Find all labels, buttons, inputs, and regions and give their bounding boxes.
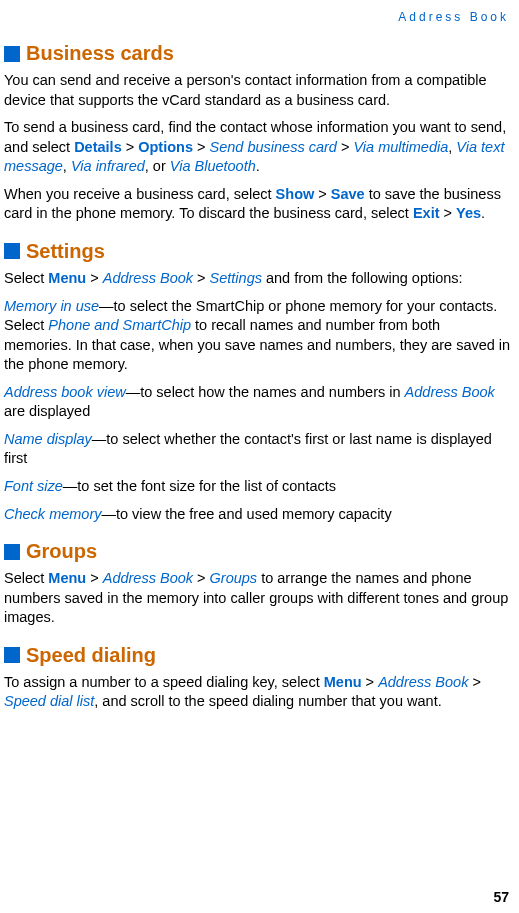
paragraph: To send a business card, find the contac… (4, 118, 511, 177)
page-header: Address Book (4, 10, 511, 24)
menu-term: Via infrared (71, 158, 145, 174)
square-bullet-icon (4, 243, 20, 259)
menu-term: Address Book (103, 270, 193, 286)
text: are displayed (4, 403, 90, 419)
text: Select (4, 570, 48, 586)
section-heading-settings: Settings (4, 240, 511, 263)
section-heading-groups: Groups (4, 540, 511, 563)
text: , and scroll to the speed dialing number… (94, 693, 441, 709)
square-bullet-icon (4, 46, 20, 62)
section-heading-speed-dialing: Speed dialing (4, 644, 511, 667)
text: and from the following options: (262, 270, 463, 286)
menu-term: Send business card (210, 139, 337, 155)
text: > (314, 186, 331, 202)
option-term: Check memory (4, 506, 102, 522)
text: > (337, 139, 354, 155)
menu-term: Options (138, 139, 193, 155)
menu-term: Exit (413, 205, 440, 221)
text: > (193, 270, 210, 286)
paragraph: Font size—to set the font size for the l… (4, 477, 511, 497)
text: > (86, 270, 103, 286)
paragraph: Memory in use—to select the SmartChip or… (4, 297, 511, 375)
text: When you receive a business card, select (4, 186, 276, 202)
square-bullet-icon (4, 544, 20, 560)
menu-term: Save (331, 186, 365, 202)
menu-term: Via Bluetooth (170, 158, 256, 174)
menu-term: Speed dial list (4, 693, 94, 709)
paragraph: Name display—to select whether the conta… (4, 430, 511, 469)
text: . (256, 158, 260, 174)
paragraph: To assign a number to a speed dialing ke… (4, 673, 511, 712)
text: , (63, 158, 71, 174)
menu-term: Settings (210, 270, 262, 286)
menu-term: Phone and SmartChip (48, 317, 191, 333)
heading-business-cards: Business cards (26, 42, 174, 65)
paragraph: You can send and receive a person's cont… (4, 71, 511, 110)
menu-term: Details (74, 139, 122, 155)
text: > (193, 139, 210, 155)
text: > (86, 570, 103, 586)
menu-term: Menu (48, 570, 86, 586)
heading-settings: Settings (26, 240, 105, 263)
text: —to set the font size for the list of co… (63, 478, 336, 494)
text: To assign a number to a speed dialing ke… (4, 674, 324, 690)
heading-groups: Groups (26, 540, 97, 563)
option-term: Name display (4, 431, 92, 447)
option-term: Font size (4, 478, 63, 494)
page-number: 57 (493, 889, 509, 905)
text: > (362, 674, 379, 690)
heading-speed-dialing: Speed dialing (26, 644, 156, 667)
text: > (468, 674, 481, 690)
menu-term: Menu (324, 674, 362, 690)
section-heading-business-cards: Business cards (4, 42, 511, 65)
text: . (481, 205, 485, 221)
menu-term: Via multimedia (353, 139, 448, 155)
text: Select (4, 270, 48, 286)
paragraph: Select Menu > Address Book > Groups to a… (4, 569, 511, 628)
option-term: Memory in use (4, 298, 99, 314)
text: > (122, 139, 139, 155)
text: > (440, 205, 457, 221)
menu-term: Address Book (405, 384, 495, 400)
text: —to select how the names and numbers in (126, 384, 405, 400)
square-bullet-icon (4, 647, 20, 663)
text: > (193, 570, 210, 586)
menu-term: Yes (456, 205, 481, 221)
text: —to view the free and used memory capaci… (102, 506, 392, 522)
text: , or (145, 158, 170, 174)
menu-term: Address Book (378, 674, 468, 690)
menu-term: Groups (210, 570, 258, 586)
paragraph: Address book view—to select how the name… (4, 383, 511, 422)
menu-term: Address Book (103, 570, 193, 586)
paragraph: Select Menu > Address Book > Settings an… (4, 269, 511, 289)
paragraph: Check memory—to view the free and used m… (4, 505, 511, 525)
menu-term: Show (276, 186, 315, 202)
option-term: Address book view (4, 384, 126, 400)
menu-term: Menu (48, 270, 86, 286)
paragraph: When you receive a business card, select… (4, 185, 511, 224)
